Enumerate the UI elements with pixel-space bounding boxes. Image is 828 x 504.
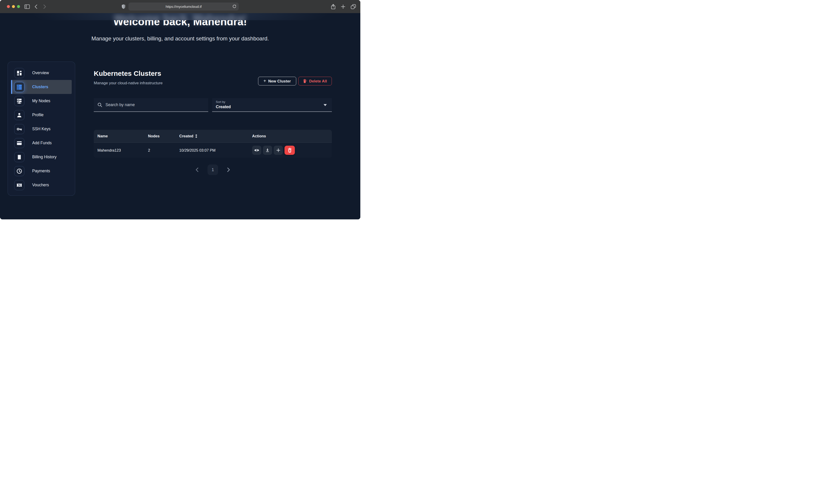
clusters-icon [14,82,24,92]
column-header-name: Name [94,134,144,138]
close-window-button[interactable] [7,5,10,8]
card-icon [14,138,24,148]
sort-label: Sort by [216,100,328,103]
table-header-row: Name Nodes Created Actions [94,130,332,142]
address-bar[interactable]: https://myceliumcloud.tf [128,3,239,10]
page-subtitle: Manage your clusters, billing, and accou… [0,35,360,42]
sidebar-item-payments[interactable]: Payments [11,164,72,178]
sort-updown-icon [195,134,198,138]
sidebar-item-billing-history[interactable]: Billing History [11,150,72,164]
sidebar-item-clusters[interactable]: Clusters [11,80,72,94]
cluster-nodes-cell: 2 [144,148,175,153]
cluster-created-cell: 10/29/2025 03:07 PM [175,148,248,153]
download-icon [265,148,270,153]
eye-icon [254,148,259,153]
trash-icon [288,148,292,153]
section-title: Kubernetes Clusters [94,70,161,77]
share-icon[interactable] [331,4,336,10]
zoom-window-button[interactable] [17,5,20,8]
column-header-nodes: Nodes [144,134,175,138]
ticket-icon [14,180,24,190]
sidebar-item-ssh-keys[interactable]: SSH Keys [11,122,72,136]
next-page-button[interactable] [227,167,231,172]
address-bar-url: https://myceliumcloud.tf [166,5,202,8]
sidebar: Overview Clusters [8,61,75,196]
cluster-name-cell: Mahendra123 [94,148,144,153]
delete-all-button[interactable]: Delete All [298,77,332,85]
sidebar-item-my-nodes[interactable]: My Nodes [11,94,72,108]
active-indicator-bar [11,80,12,94]
plus-icon: + [263,78,266,84]
section-subtitle: Manage your cloud-native infrastructure [94,81,163,85]
plus-icon [276,148,281,153]
table-row: Mahendra123 2 10/29/2025 03:07 PM [94,142,332,158]
column-header-actions: Actions [248,134,332,138]
sidebar-item-vouchers[interactable]: Vouchers [11,178,72,192]
dashboard-icon [14,68,24,78]
view-cluster-button[interactable] [252,145,261,155]
key-icon [14,124,24,134]
page-number-button[interactable]: 1 [208,165,218,175]
column-header-created[interactable]: Created [175,134,248,138]
search-input[interactable] [105,102,208,108]
sidebar-toggle-icon[interactable] [24,4,30,9]
nodes-icon [14,96,24,106]
sort-value: Created [216,104,328,109]
download-kubeconfig-button[interactable] [263,145,272,155]
trash-icon [303,79,307,83]
receipt-icon [14,152,24,162]
sidebar-item-overview[interactable]: Overview [11,66,72,80]
reload-icon[interactable] [232,4,237,9]
profile-icon [14,110,24,120]
pagination: 1 [94,164,332,175]
minimize-window-button[interactable] [12,5,15,8]
previous-page-button[interactable] [195,167,199,172]
forward-icon[interactable] [43,4,46,9]
sort-dropdown[interactable]: Sort by Created [212,98,332,112]
add-node-button[interactable] [274,145,283,155]
sidebar-item-add-funds[interactable]: Add Funds [11,136,72,150]
browser-window: https://myceliumcloud.tf Welcome back, M… [0,0,360,219]
hero-glow: Welcome back, Mahendra! [0,13,360,20]
search-icon [97,102,102,107]
clock-icon [14,166,24,176]
search-box [94,98,208,112]
new-cluster-button[interactable]: + New Cluster [258,77,296,85]
row-actions [248,145,332,155]
new-tab-icon[interactable] [341,4,346,9]
clusters-table: Name Nodes Created Actions Mahendra123 2… [94,130,332,158]
shield-icon[interactable] [122,4,125,9]
browser-toolbar: https://myceliumcloud.tf [0,0,360,13]
back-icon[interactable] [35,4,37,9]
page-title: Welcome back, Mahendra! [0,20,360,28]
chevron-down-icon [324,104,327,106]
tabs-overview-icon[interactable] [350,4,356,9]
delete-cluster-button[interactable] [285,145,295,155]
sidebar-item-profile[interactable]: Profile [11,108,72,122]
dashboard-page: Welcome back, Mahendra! Welcome back, Ma… [0,13,360,219]
